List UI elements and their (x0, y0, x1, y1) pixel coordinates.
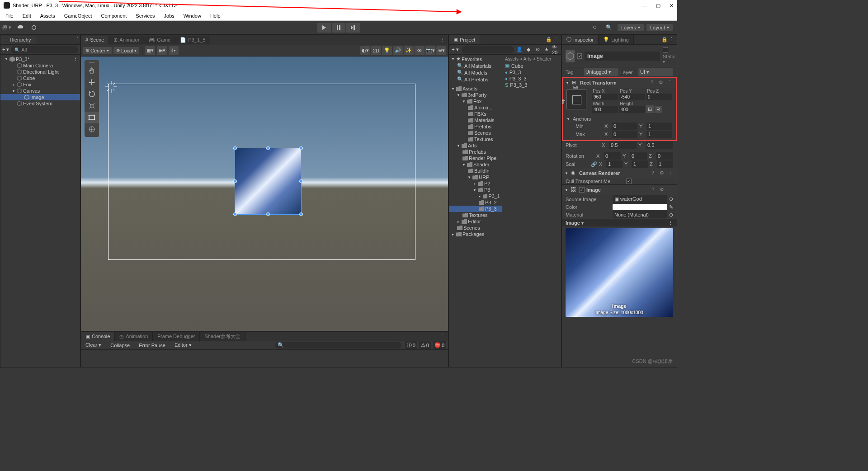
resize-handle[interactable] (233, 179, 237, 183)
resize-handle[interactable] (299, 212, 303, 216)
folder-item[interactable]: ▼ Shader (449, 161, 502, 168)
eyedropper-icon[interactable]: ✎ (669, 204, 673, 210)
console-search[interactable]: 🔍 (275, 342, 401, 349)
info-count[interactable]: ⓘ 0 (405, 341, 417, 349)
assets-folder[interactable]: ▼ Assets (449, 85, 502, 92)
preset-icon[interactable]: ⚙ (659, 80, 665, 86)
color-field[interactable] (613, 204, 667, 210)
layout-dropdown[interactable]: Layout ▾ (646, 24, 673, 31)
scene-viewport[interactable] (81, 57, 448, 331)
folder-item[interactable]: Textures (449, 212, 502, 218)
preview-header[interactable]: Image ▾⋮ (562, 219, 677, 226)
panel-menu-icon[interactable]: ⋮ (438, 37, 448, 43)
game-tab[interactable]: 🎮 Game (144, 36, 175, 44)
folder-item[interactable]: FBXs (449, 111, 502, 117)
folder-item[interactable]: ▼ URP (449, 174, 502, 180)
asset-item[interactable]: ♦ P3_3 (503, 69, 560, 75)
folder-item[interactable]: Scenes (449, 225, 502, 231)
anchor-preset[interactable]: left top (566, 89, 586, 109)
hierarchy-item[interactable]: Directional Light (0, 69, 80, 75)
collapse-button[interactable]: Collapse (108, 342, 132, 349)
rot-x[interactable]: 0 (604, 152, 621, 160)
star-icon[interactable]: ★ (543, 46, 550, 53)
static-dropdown[interactable]: Static ▾ (663, 47, 675, 64)
cull-checkbox[interactable] (626, 179, 632, 184)
raw-icon[interactable]: R (655, 106, 662, 113)
search-icon[interactable]: 🔍 (603, 23, 615, 33)
rotate-tool[interactable] (85, 88, 99, 100)
error-count[interactable]: ⛔ 0 (433, 341, 446, 349)
rect-tool[interactable] (85, 112, 99, 123)
folder-item[interactable]: ▸ P3_1 (449, 193, 502, 199)
create-button[interactable]: + ▾ (451, 47, 460, 52)
active-checkbox[interactable] (577, 53, 582, 59)
object-picker-icon[interactable]: ⊙ (669, 196, 673, 202)
resize-handle[interactable] (233, 146, 237, 150)
width-field[interactable]: 400 (592, 106, 618, 113)
hierarchy-item[interactable]: Cube (0, 75, 80, 81)
close-button[interactable]: ✕ (670, 3, 674, 9)
create-dropdown[interactable]: + ▾ (2, 47, 9, 52)
anchor-miny[interactable]: 1 (646, 122, 672, 130)
filter-icon[interactable]: 👤 (516, 46, 523, 53)
folder-item[interactable]: P3_2 (449, 199, 502, 206)
folder-item-selected[interactable]: P3_3 (449, 206, 502, 212)
rot-z[interactable]: 0 (656, 152, 673, 160)
increment-icon[interactable]: ⫴▾ (169, 46, 179, 55)
editor-dropdown[interactable]: Editor ▾ (172, 341, 194, 349)
space-dropdown[interactable]: ⊕Local▾ (113, 47, 139, 54)
menu-assets[interactable]: Assets (37, 12, 59, 19)
posx-field[interactable]: 960 (592, 94, 618, 100)
label-icon[interactable]: ⊘ (534, 46, 541, 53)
folder-item[interactable]: ▸ P2 (449, 180, 502, 187)
folder-item[interactable]: Anima... (449, 104, 502, 111)
pivot-y[interactable]: 0.5 (646, 141, 673, 149)
folder-item[interactable]: ▼ Fox (449, 98, 502, 104)
hierarchy-search[interactable]: 🔍 All (11, 46, 78, 53)
foldout-icon[interactable]: ▼ (565, 171, 569, 175)
project-search[interactable] (462, 46, 514, 53)
layers-dropdown[interactable]: Layers ▾ (618, 24, 644, 31)
move-tool[interactable] (85, 76, 99, 88)
enabled-checkbox[interactable] (579, 187, 585, 193)
folder-item[interactable]: ▸ Editor (449, 218, 502, 225)
menu-services[interactable]: Services (132, 12, 158, 19)
scene-root[interactable]: ▼P3_3*⋮ (0, 56, 80, 62)
step-button[interactable] (346, 23, 360, 33)
scale-x[interactable]: 1 (606, 160, 623, 168)
search-item[interactable]: 🔍 All Models (449, 69, 502, 76)
undo-history-icon[interactable]: ⟲ (589, 23, 600, 33)
framedebugger-tab[interactable]: Frame Debugger (153, 332, 200, 341)
scene-tab[interactable]: # Scene (81, 36, 109, 44)
version-icon[interactable] (28, 23, 40, 33)
project-tab[interactable]: ▣ Project (449, 35, 480, 44)
scale-z[interactable]: 1 (657, 160, 673, 168)
pause-button[interactable] (332, 23, 345, 33)
blueprint-icon[interactable]: ⊞ (646, 105, 654, 113)
minimize-button[interactable]: — (642, 3, 647, 9)
hierarchy-item[interactable]: Main Camera (0, 62, 80, 69)
transform-tool[interactable] (85, 123, 99, 135)
help-icon[interactable]: ? (651, 170, 658, 176)
resize-handle[interactable] (299, 146, 303, 150)
resize-handle[interactable] (266, 212, 270, 216)
camera-icon[interactable]: 📷▾ (425, 46, 435, 55)
panel-menu-icon[interactable]: 🔒 ⋮ (543, 37, 561, 42)
hierarchy-tab[interactable]: ≡ Hierarchy (0, 36, 36, 44)
tag-dropdown[interactable]: Untagged ▾ (584, 68, 618, 76)
menu-edit[interactable]: Edit (19, 12, 35, 19)
preset-icon[interactable]: ⚙ (660, 187, 666, 193)
grid-icon[interactable]: ▦▾ (145, 46, 155, 55)
panel-menu-icon[interactable]: 🔒 ⋮ (659, 37, 677, 42)
posy-field[interactable]: -540 (619, 94, 645, 100)
hierarchy-item[interactable]: EventSystem (0, 100, 80, 107)
maximize-button[interactable]: ▢ (656, 3, 660, 9)
folder-item[interactable]: ▼ P3 (449, 187, 502, 193)
menu-component[interactable]: Component (97, 12, 130, 19)
folder-item[interactable]: Materials (449, 117, 502, 123)
posz-field[interactable]: 0 (646, 94, 672, 100)
rot-y[interactable]: 0 (630, 152, 647, 160)
fx-icon[interactable]: ✨ (404, 46, 414, 55)
foldout-icon[interactable]: ▼ (565, 188, 569, 192)
shading-dropdown[interactable]: ◐▾ (360, 46, 370, 55)
